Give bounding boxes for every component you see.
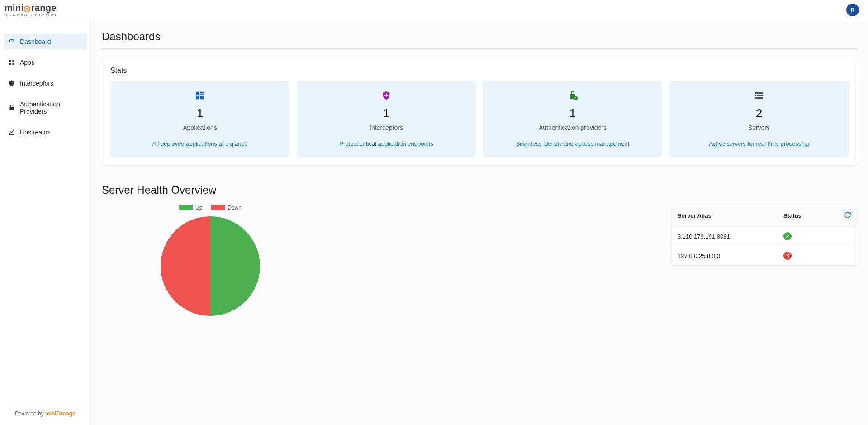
svg-rect-2 [9, 63, 11, 65]
stat-desc-link[interactable]: Protect critical application endpoints [339, 140, 433, 147]
col-status: Status [778, 205, 826, 227]
svg-point-10 [575, 97, 576, 98]
stat-label: Interceptors [370, 124, 403, 131]
svg-point-14 [756, 93, 757, 94]
server-table: Server Alias Status 3.110.173.191:8081✓1… [672, 205, 857, 266]
shield-plus-icon [381, 90, 391, 101]
sidebar-item-label: Upstreams [20, 129, 51, 136]
legend-label-down: Down [228, 205, 242, 211]
chart-legend: Up Down [102, 205, 319, 211]
stat-desc-link[interactable]: All deployed applications at a glance [152, 140, 247, 147]
legend-swatch-down [211, 205, 225, 210]
target-icon [24, 3, 31, 12]
stat-label: Authentication providers [539, 124, 607, 131]
stats-cards: 1 Applications All deployed applications… [110, 81, 849, 157]
stats-panel: Stats 1 Applications All deployed applic… [102, 58, 857, 166]
stat-label: Applications [183, 124, 217, 131]
brand-prefix: mini [5, 3, 24, 13]
col-refresh [826, 205, 857, 227]
grid-icon [8, 59, 15, 66]
stat-desc-link[interactable]: Active servers for real-time processing [709, 140, 809, 147]
chart-line-icon [8, 129, 15, 136]
stat-card-auth-providers: 1 Authentication providers Seamless iden… [483, 81, 662, 157]
brand-logo: minirange ACCESS GATEWAY [5, 3, 58, 17]
svg-rect-8 [200, 96, 204, 99]
stat-label: Servers [748, 124, 770, 131]
sidebar-item-label: Dashboard [20, 38, 51, 45]
gauge-icon [8, 38, 15, 45]
table-row: 127.0.0.25:8080✕ [672, 246, 857, 266]
sidebar: Dashboard Apps Interceptors Authenticati… [0, 20, 91, 425]
server-icon [754, 90, 764, 101]
server-empty-cell [826, 227, 857, 246]
header: minirange ACCESS GATEWAY R [0, 0, 868, 20]
col-alias: Server Alias [672, 205, 778, 227]
pie-graphic [161, 216, 260, 316]
sidebar-item-upstreams[interactable]: Upstreams [4, 124, 87, 140]
sidebar-item-dashboard[interactable]: Dashboard [4, 34, 87, 49]
page-title: Dashboards [102, 30, 857, 49]
svg-rect-1 [12, 60, 14, 62]
brand-name: minirange [5, 3, 58, 12]
shield-icon [8, 80, 15, 87]
server-empty-cell [826, 246, 857, 266]
main-content: Dashboards Stats 1 Applications All depl… [91, 20, 868, 425]
server-status-cell: ✓ [778, 227, 826, 246]
svg-point-16 [756, 98, 757, 99]
sidebar-item-label: Authentication Providers [20, 100, 82, 115]
sidebar-item-interceptors[interactable]: Interceptors [4, 76, 87, 91]
sidebar-item-label: Interceptors [20, 80, 53, 87]
sidebar-footer: Powered by miniOrange [4, 402, 87, 425]
lock-user-icon [567, 90, 578, 101]
check-circle-icon: ✓ [783, 232, 792, 240]
svg-rect-4 [196, 92, 199, 95]
apps-tile-icon [195, 90, 205, 101]
svg-point-9 [573, 96, 578, 100]
refresh-icon[interactable] [844, 213, 851, 220]
legend-up: Up [179, 205, 202, 211]
sidebar-item-auth-providers[interactable]: Authentication Providers [4, 96, 87, 119]
health-title: Server Health Overview [102, 184, 857, 196]
x-circle-icon: ✕ [783, 252, 792, 260]
legend-down: Down [211, 205, 242, 211]
sidebar-item-apps[interactable]: Apps [4, 55, 87, 70]
svg-point-15 [756, 95, 757, 96]
stat-value: 2 [756, 106, 762, 120]
svg-rect-7 [196, 96, 199, 99]
table-row: 3.110.173.191:8081✓ [672, 227, 857, 246]
stat-card-interceptors: 1 Interceptors Protect critical applicat… [297, 81, 476, 157]
user-avatar[interactable]: R [846, 4, 859, 16]
server-status-cell: ✕ [778, 246, 826, 266]
stat-desc-link[interactable]: Seamless identity and access management [516, 140, 630, 147]
footer-brand-link[interactable]: miniOrange [45, 411, 76, 417]
lock-icon [8, 104, 15, 111]
pie-chart: Up Down [102, 205, 319, 316]
brand-suffix: range [31, 3, 57, 13]
legend-label-up: Up [195, 205, 202, 211]
server-alias-cell: 127.0.0.25:8080 [672, 246, 778, 266]
legend-swatch-up [179, 205, 193, 210]
stats-title: Stats [110, 67, 849, 75]
stat-card-servers: 2 Servers Active servers for real-time p… [669, 81, 849, 157]
stat-card-applications: 1 Applications All deployed applications… [110, 81, 289, 157]
stat-value: 1 [383, 106, 389, 120]
sidebar-item-label: Apps [20, 59, 34, 66]
stat-value: 1 [569, 106, 576, 120]
svg-rect-6 [200, 94, 204, 95]
svg-rect-5 [200, 92, 204, 94]
stat-value: 1 [197, 106, 203, 120]
server-alias-cell: 3.110.173.191:8081 [672, 227, 778, 246]
footer-prefix: Powered by [15, 411, 45, 417]
brand-subtitle: ACCESS GATEWAY [5, 13, 58, 17]
sidebar-nav: Dashboard Apps Interceptors Authenticati… [4, 34, 87, 145]
svg-rect-0 [9, 60, 11, 62]
svg-rect-3 [12, 63, 14, 65]
server-health-section: Server Health Overview Up Down [102, 184, 857, 316]
